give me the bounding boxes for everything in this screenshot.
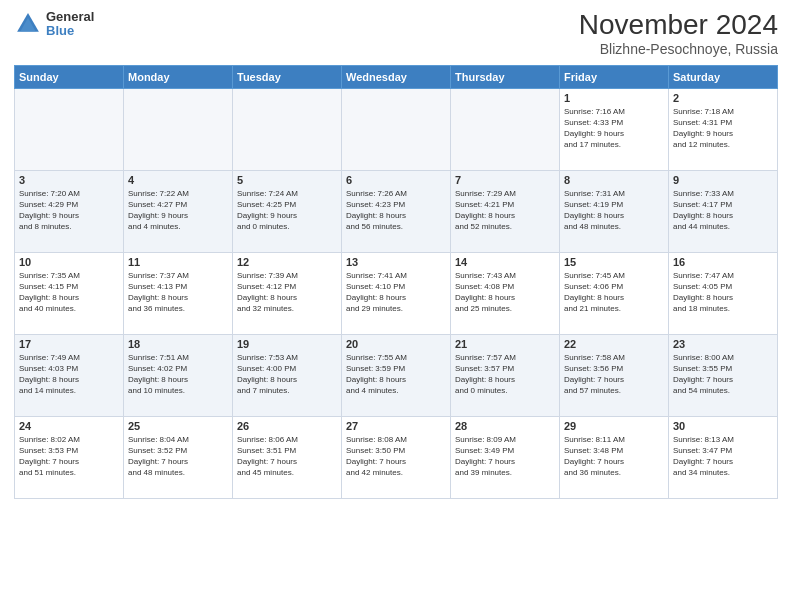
- day-number: 28: [455, 420, 555, 432]
- day-info: Sunrise: 8:04 AM Sunset: 3:52 PM Dayligh…: [128, 434, 228, 479]
- day-info: Sunrise: 7:37 AM Sunset: 4:13 PM Dayligh…: [128, 270, 228, 315]
- calendar-cell: 14Sunrise: 7:43 AM Sunset: 4:08 PM Dayli…: [451, 252, 560, 334]
- calendar-cell: 29Sunrise: 8:11 AM Sunset: 3:48 PM Dayli…: [560, 416, 669, 498]
- day-number: 18: [128, 338, 228, 350]
- day-number: 3: [19, 174, 119, 186]
- day-info: Sunrise: 8:09 AM Sunset: 3:49 PM Dayligh…: [455, 434, 555, 479]
- day-number: 11: [128, 256, 228, 268]
- logo-icon: [14, 10, 42, 38]
- day-number: 8: [564, 174, 664, 186]
- calendar-day-header: Friday: [560, 65, 669, 88]
- day-number: 25: [128, 420, 228, 432]
- day-info: Sunrise: 7:45 AM Sunset: 4:06 PM Dayligh…: [564, 270, 664, 315]
- day-info: Sunrise: 7:26 AM Sunset: 4:23 PM Dayligh…: [346, 188, 446, 233]
- day-number: 27: [346, 420, 446, 432]
- calendar-day-header: Wednesday: [342, 65, 451, 88]
- calendar-week-row: 17Sunrise: 7:49 AM Sunset: 4:03 PM Dayli…: [15, 334, 778, 416]
- day-info: Sunrise: 8:02 AM Sunset: 3:53 PM Dayligh…: [19, 434, 119, 479]
- day-number: 30: [673, 420, 773, 432]
- calendar-cell: 20Sunrise: 7:55 AM Sunset: 3:59 PM Dayli…: [342, 334, 451, 416]
- calendar-table: SundayMondayTuesdayWednesdayThursdayFrid…: [14, 65, 778, 499]
- day-info: Sunrise: 7:49 AM Sunset: 4:03 PM Dayligh…: [19, 352, 119, 397]
- day-info: Sunrise: 7:39 AM Sunset: 4:12 PM Dayligh…: [237, 270, 337, 315]
- calendar-week-row: 1Sunrise: 7:16 AM Sunset: 4:33 PM Daylig…: [15, 88, 778, 170]
- day-info: Sunrise: 7:35 AM Sunset: 4:15 PM Dayligh…: [19, 270, 119, 315]
- calendar-cell: 4Sunrise: 7:22 AM Sunset: 4:27 PM Daylig…: [124, 170, 233, 252]
- calendar-cell: 27Sunrise: 8:08 AM Sunset: 3:50 PM Dayli…: [342, 416, 451, 498]
- day-number: 10: [19, 256, 119, 268]
- calendar-cell: 17Sunrise: 7:49 AM Sunset: 4:03 PM Dayli…: [15, 334, 124, 416]
- calendar-cell: 5Sunrise: 7:24 AM Sunset: 4:25 PM Daylig…: [233, 170, 342, 252]
- day-number: 16: [673, 256, 773, 268]
- calendar-cell: 18Sunrise: 7:51 AM Sunset: 4:02 PM Dayli…: [124, 334, 233, 416]
- title-block: November 2024 Blizhne-Pesochnoye, Russia: [579, 10, 778, 57]
- day-number: 15: [564, 256, 664, 268]
- day-number: 24: [19, 420, 119, 432]
- day-info: Sunrise: 7:20 AM Sunset: 4:29 PM Dayligh…: [19, 188, 119, 233]
- day-number: 9: [673, 174, 773, 186]
- calendar-cell: 13Sunrise: 7:41 AM Sunset: 4:10 PM Dayli…: [342, 252, 451, 334]
- day-number: 14: [455, 256, 555, 268]
- calendar-cell: 22Sunrise: 7:58 AM Sunset: 3:56 PM Dayli…: [560, 334, 669, 416]
- calendar-cell: 24Sunrise: 8:02 AM Sunset: 3:53 PM Dayli…: [15, 416, 124, 498]
- calendar-cell: [124, 88, 233, 170]
- day-info: Sunrise: 7:43 AM Sunset: 4:08 PM Dayligh…: [455, 270, 555, 315]
- day-number: 21: [455, 338, 555, 350]
- calendar-cell: 8Sunrise: 7:31 AM Sunset: 4:19 PM Daylig…: [560, 170, 669, 252]
- calendar-cell: 26Sunrise: 8:06 AM Sunset: 3:51 PM Dayli…: [233, 416, 342, 498]
- calendar-cell: [15, 88, 124, 170]
- day-info: Sunrise: 7:22 AM Sunset: 4:27 PM Dayligh…: [128, 188, 228, 233]
- calendar-day-header: Thursday: [451, 65, 560, 88]
- calendar-cell: 19Sunrise: 7:53 AM Sunset: 4:00 PM Dayli…: [233, 334, 342, 416]
- calendar-cell: 1Sunrise: 7:16 AM Sunset: 4:33 PM Daylig…: [560, 88, 669, 170]
- day-info: Sunrise: 7:51 AM Sunset: 4:02 PM Dayligh…: [128, 352, 228, 397]
- calendar-day-header: Saturday: [669, 65, 778, 88]
- day-info: Sunrise: 7:58 AM Sunset: 3:56 PM Dayligh…: [564, 352, 664, 397]
- calendar-week-row: 10Sunrise: 7:35 AM Sunset: 4:15 PM Dayli…: [15, 252, 778, 334]
- calendar-cell: [233, 88, 342, 170]
- calendar-cell: 25Sunrise: 8:04 AM Sunset: 3:52 PM Dayli…: [124, 416, 233, 498]
- calendar-cell: 3Sunrise: 7:20 AM Sunset: 4:29 PM Daylig…: [15, 170, 124, 252]
- day-number: 6: [346, 174, 446, 186]
- day-info: Sunrise: 7:18 AM Sunset: 4:31 PM Dayligh…: [673, 106, 773, 151]
- day-number: 19: [237, 338, 337, 350]
- day-info: Sunrise: 8:13 AM Sunset: 3:47 PM Dayligh…: [673, 434, 773, 479]
- calendar-cell: 11Sunrise: 7:37 AM Sunset: 4:13 PM Dayli…: [124, 252, 233, 334]
- calendar-header-row: SundayMondayTuesdayWednesdayThursdayFrid…: [15, 65, 778, 88]
- calendar-cell: [451, 88, 560, 170]
- calendar-cell: 7Sunrise: 7:29 AM Sunset: 4:21 PM Daylig…: [451, 170, 560, 252]
- day-number: 20: [346, 338, 446, 350]
- calendar-day-header: Sunday: [15, 65, 124, 88]
- calendar-week-row: 24Sunrise: 8:02 AM Sunset: 3:53 PM Dayli…: [15, 416, 778, 498]
- month-title: November 2024: [579, 10, 778, 41]
- day-number: 17: [19, 338, 119, 350]
- calendar-day-header: Tuesday: [233, 65, 342, 88]
- day-info: Sunrise: 7:53 AM Sunset: 4:00 PM Dayligh…: [237, 352, 337, 397]
- calendar-cell: 15Sunrise: 7:45 AM Sunset: 4:06 PM Dayli…: [560, 252, 669, 334]
- day-info: Sunrise: 7:41 AM Sunset: 4:10 PM Dayligh…: [346, 270, 446, 315]
- day-number: 5: [237, 174, 337, 186]
- day-number: 12: [237, 256, 337, 268]
- page-header: General Blue November 2024 Blizhne-Pesoc…: [14, 10, 778, 57]
- day-number: 22: [564, 338, 664, 350]
- calendar-cell: 16Sunrise: 7:47 AM Sunset: 4:05 PM Dayli…: [669, 252, 778, 334]
- day-info: Sunrise: 7:33 AM Sunset: 4:17 PM Dayligh…: [673, 188, 773, 233]
- calendar-cell: 30Sunrise: 8:13 AM Sunset: 3:47 PM Dayli…: [669, 416, 778, 498]
- day-number: 13: [346, 256, 446, 268]
- day-info: Sunrise: 8:00 AM Sunset: 3:55 PM Dayligh…: [673, 352, 773, 397]
- logo-text: General Blue: [46, 10, 94, 39]
- day-number: 2: [673, 92, 773, 104]
- location-subtitle: Blizhne-Pesochnoye, Russia: [579, 41, 778, 57]
- day-number: 23: [673, 338, 773, 350]
- calendar-day-header: Monday: [124, 65, 233, 88]
- day-info: Sunrise: 7:57 AM Sunset: 3:57 PM Dayligh…: [455, 352, 555, 397]
- day-info: Sunrise: 7:16 AM Sunset: 4:33 PM Dayligh…: [564, 106, 664, 151]
- day-info: Sunrise: 7:55 AM Sunset: 3:59 PM Dayligh…: [346, 352, 446, 397]
- calendar-cell: 12Sunrise: 7:39 AM Sunset: 4:12 PM Dayli…: [233, 252, 342, 334]
- calendar-cell: 23Sunrise: 8:00 AM Sunset: 3:55 PM Dayli…: [669, 334, 778, 416]
- day-info: Sunrise: 7:47 AM Sunset: 4:05 PM Dayligh…: [673, 270, 773, 315]
- calendar-cell: 21Sunrise: 7:57 AM Sunset: 3:57 PM Dayli…: [451, 334, 560, 416]
- day-info: Sunrise: 7:24 AM Sunset: 4:25 PM Dayligh…: [237, 188, 337, 233]
- calendar-cell: 9Sunrise: 7:33 AM Sunset: 4:17 PM Daylig…: [669, 170, 778, 252]
- calendar-cell: [342, 88, 451, 170]
